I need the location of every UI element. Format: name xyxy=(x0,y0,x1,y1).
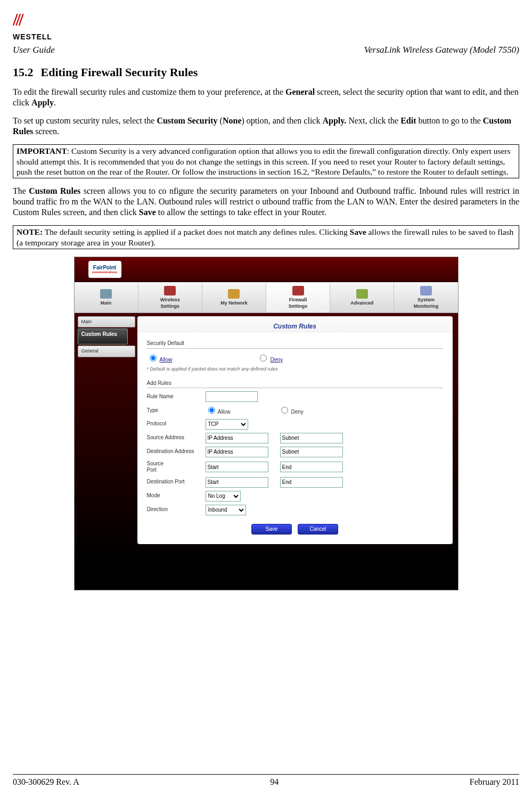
screenshot-figure: FairPoint communications Main WirelessSe… xyxy=(13,257,519,590)
nav-label: SystemMonitoring xyxy=(414,297,439,309)
t: Allow xyxy=(218,409,231,415)
firewall-icon xyxy=(292,286,304,295)
nav-main[interactable]: Main xyxy=(75,283,138,313)
footer-right: February 2011 xyxy=(470,777,519,787)
bold-general: General xyxy=(285,87,315,96)
cancel-button[interactable]: Cancel xyxy=(298,524,338,535)
dst-port-end-input[interactable] xyxy=(280,477,343,488)
text: button to go to the xyxy=(416,116,482,125)
row-src-port: SourcePort xyxy=(147,461,443,474)
nav-label: My Network xyxy=(220,300,248,306)
button-row: Save Cancel xyxy=(147,524,443,535)
label-direction: Direction xyxy=(147,506,206,513)
src-ip-input[interactable] xyxy=(206,433,268,443)
row-type: Type Allow Deny xyxy=(147,405,443,416)
brand-logo: /// WESTELL xyxy=(13,9,519,42)
dst-port-start-input[interactable] xyxy=(206,477,268,488)
allow-label: Allow xyxy=(160,357,173,363)
fairpoint-logo: FairPoint communications xyxy=(88,261,121,278)
note-text: The default security setting is applied … xyxy=(43,227,350,236)
text: The xyxy=(13,186,29,195)
t: Wireless xyxy=(160,297,180,302)
home-icon xyxy=(100,289,112,299)
default-deny-option[interactable]: Deny xyxy=(257,353,282,364)
text: ) option, and then click xyxy=(241,116,322,125)
src-subnet-input[interactable] xyxy=(280,433,343,443)
text: to allow the settings to take effect in … xyxy=(156,208,326,217)
logo-line2: communications xyxy=(92,270,118,274)
label-rule-name: Rule Name xyxy=(147,393,206,400)
type-allow-radio[interactable] xyxy=(208,407,215,414)
bold-custom-security: Custom Security xyxy=(157,116,217,125)
add-rules-label: Add Rules xyxy=(147,380,443,387)
text: screen. xyxy=(33,127,59,136)
network-icon xyxy=(228,289,240,299)
t: Port xyxy=(147,467,157,473)
t: Firewall xyxy=(289,297,307,302)
label-type: Type xyxy=(147,407,206,414)
sidebar-item-general[interactable]: General xyxy=(78,346,135,357)
text: To edit the firewall security rules and … xyxy=(13,87,285,96)
text: To set up custom security rules, select … xyxy=(13,116,157,125)
sidebar-item-custom-rules[interactable]: Custom Rules xyxy=(78,328,128,344)
dst-subnet-input[interactable] xyxy=(280,447,343,457)
content-area: Custom Rules Security Default Allow Deny… xyxy=(137,316,453,581)
nav-label: Main xyxy=(101,300,112,306)
row-dst-port: Destination Port xyxy=(147,477,443,488)
advanced-icon xyxy=(356,289,368,299)
page-footer: 030-300629 Rev. A 94 February 2011 xyxy=(13,777,519,787)
footer-left: 030-300629 Rev. A xyxy=(13,777,79,787)
important-box: IMPORTANT: Custom Security is a very adv… xyxy=(13,144,519,178)
router-ui: FairPoint communications Main WirelessSe… xyxy=(74,257,459,590)
dst-ip-input[interactable] xyxy=(206,447,268,457)
nav-label: Advanced xyxy=(350,300,373,306)
allow-radio[interactable] xyxy=(150,355,157,361)
protocol-select[interactable]: TCP xyxy=(206,419,248,430)
src-port-end-input[interactable] xyxy=(280,462,343,472)
type-deny-option[interactable]: Deny xyxy=(279,405,304,416)
src-port-start-input[interactable] xyxy=(206,462,268,472)
default-hint: * Default is applied if packet does not … xyxy=(147,366,443,372)
nav-advanced[interactable]: Advanced xyxy=(330,283,394,313)
panel-title: Custom Rules xyxy=(137,316,453,333)
logo-text: WESTELL xyxy=(13,32,52,41)
type-allow-option[interactable]: Allow xyxy=(206,405,231,416)
text: . xyxy=(54,98,56,107)
divider xyxy=(147,388,443,388)
bold-apply: Apply. xyxy=(322,116,346,125)
label-mode: Mode xyxy=(147,492,206,499)
custom-rules-panel: Security Default Allow Deny * Default is… xyxy=(137,333,453,544)
save-button[interactable]: Save xyxy=(251,524,292,535)
direction-select[interactable]: Inbound xyxy=(206,505,246,515)
note-label: NOTE: xyxy=(17,227,43,236)
default-radio-row: Allow Deny xyxy=(147,352,443,365)
nav-my-network[interactable]: My Network xyxy=(202,283,266,313)
bold-none: None xyxy=(223,116,242,125)
footer-rule xyxy=(13,774,519,775)
sidebar: Main Custom Rules General xyxy=(75,313,135,590)
nav-firewall-settings[interactable]: FirewallSettings xyxy=(266,283,330,313)
bold-apply: Apply xyxy=(31,98,54,107)
mode-select[interactable]: No Log xyxy=(206,491,241,502)
deny-radio[interactable] xyxy=(260,355,267,361)
doc-header-left: User Guide xyxy=(13,44,55,55)
label-src-port: SourcePort xyxy=(147,461,206,474)
default-allow-option[interactable]: Allow xyxy=(147,353,173,364)
sidebar-item-main[interactable]: Main xyxy=(78,316,135,327)
doc-header: User Guide VersaLink Wireless Gateway (M… xyxy=(13,44,519,55)
nav-label: FirewallSettings xyxy=(289,297,308,309)
nav-wireless-settings[interactable]: WirelessSettings xyxy=(138,283,202,313)
type-deny-radio[interactable] xyxy=(281,407,288,414)
nav-system-monitoring[interactable]: SystemMonitoring xyxy=(394,283,457,313)
label-dst-port: Destination Port xyxy=(147,479,206,486)
t: Settings xyxy=(160,303,180,309)
bold-save: Save xyxy=(139,208,156,217)
t: Monitoring xyxy=(414,303,439,309)
note-box: NOTE: The default security setting is ap… xyxy=(13,225,519,249)
rule-name-input[interactable] xyxy=(206,391,258,402)
label-dst-addr: Destination Address xyxy=(147,448,206,455)
router-body: Main Custom Rules General Custom Rules S… xyxy=(75,313,458,590)
row-direction: Direction Inbound xyxy=(147,505,443,515)
doc-header-right: VersaLink Wireless Gateway (Model 7550) xyxy=(364,44,519,55)
t: Settings xyxy=(289,303,308,309)
